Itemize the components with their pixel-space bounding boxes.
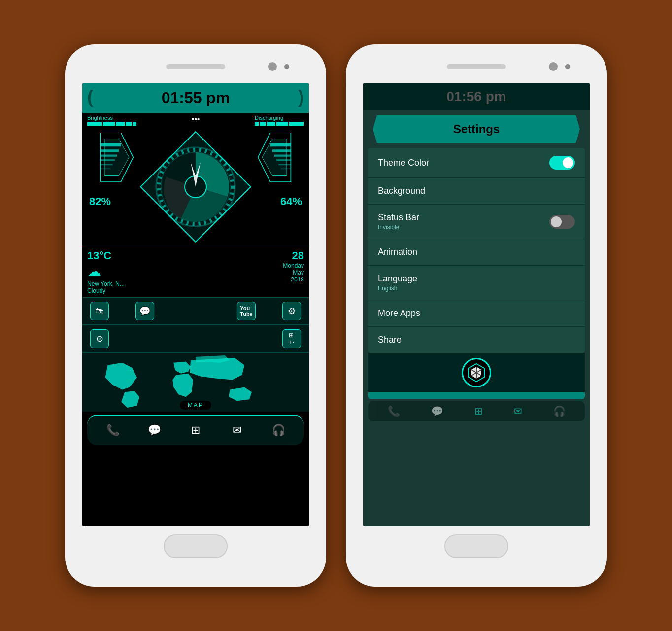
brightness-bars bbox=[87, 122, 136, 126]
bar-5 bbox=[133, 122, 136, 126]
right-pct-value: 64% bbox=[280, 195, 302, 208]
status-row: Brightness ••• Discharging bbox=[82, 113, 309, 128]
nav-message[interactable]: 💬 bbox=[144, 421, 164, 440]
cloud-icon: ☁ bbox=[87, 263, 283, 280]
city-name: New York, N... bbox=[87, 280, 283, 287]
settings-item-more-apps[interactable]: More Apps bbox=[368, 300, 585, 327]
status-bar-toggle[interactable] bbox=[549, 215, 575, 229]
discharging-label: Discharging bbox=[255, 115, 283, 121]
settings-item-background[interactable]: Background bbox=[368, 178, 585, 205]
bar-3 bbox=[116, 122, 125, 126]
nav-headphones[interactable]: 🎧 bbox=[269, 421, 288, 440]
dbar-2 bbox=[276, 122, 288, 126]
nav-apps[interactable]: ⊞ bbox=[186, 421, 205, 440]
phone-bottom-left bbox=[75, 526, 316, 566]
info-section: 13°C ☁ New York, N... Cloudy 28 Monday M… bbox=[82, 246, 309, 297]
camera bbox=[268, 62, 277, 71]
speaker bbox=[166, 64, 225, 69]
map-area: MAP bbox=[82, 352, 309, 412]
app-icon-settings[interactable]: ⚙ bbox=[282, 302, 301, 320]
settings-bottom-bar bbox=[368, 353, 585, 392]
settings-clock-time: 01:56 pm bbox=[446, 89, 506, 104]
app-icon-bag[interactable]: 🛍 bbox=[90, 302, 109, 320]
settings-nav-apps: ⊞ bbox=[474, 405, 483, 417]
left-pct-value: 82% bbox=[89, 195, 111, 208]
left-phone: 01:55 pm Brightness ••• Discharging bbox=[65, 44, 326, 587]
right-decoration bbox=[255, 133, 294, 182]
animation-label: Animation bbox=[378, 247, 417, 257]
date-info: 28 Monday May 2018 bbox=[283, 249, 304, 294]
language-label-group: Language English bbox=[378, 274, 417, 292]
more-apps-label: More Apps bbox=[378, 308, 420, 318]
settings-list: Theme Color Background Status Bar Invisi… bbox=[368, 148, 585, 353]
settings-item-animation[interactable]: Animation bbox=[368, 239, 585, 266]
right-camera bbox=[549, 62, 558, 71]
app-icon-calc[interactable]: ⊞+- bbox=[282, 329, 301, 348]
weather-condition: Cloudy bbox=[87, 287, 283, 294]
dots-label: ••• bbox=[192, 115, 200, 123]
sensor-dot bbox=[284, 64, 289, 69]
left-decoration bbox=[97, 133, 136, 182]
teal-bottom-accent bbox=[368, 392, 585, 399]
app-icons-row-2: ⊙ ⊞+- bbox=[82, 325, 309, 352]
theme-color-toggle[interactable] bbox=[549, 156, 575, 170]
hex-icon[interactable] bbox=[462, 358, 491, 387]
spacer bbox=[181, 302, 210, 320]
app-icon-youtube[interactable]: YouTube bbox=[237, 302, 256, 320]
right-phone: 01:56 pm Settings Theme Color Background… bbox=[346, 44, 607, 587]
settings-item-theme-color[interactable]: Theme Color bbox=[368, 148, 585, 178]
dbar-3 bbox=[267, 122, 275, 126]
settings-item-language[interactable]: Language English bbox=[368, 266, 585, 300]
settings-nav-message: 💬 bbox=[431, 405, 443, 417]
phone-bottom-right bbox=[356, 526, 597, 566]
dbar-1 bbox=[289, 122, 304, 126]
theme-color-label: Theme Color bbox=[378, 158, 429, 168]
language-label: Language bbox=[378, 274, 417, 284]
app-icons-row: 🛍 💬 YouTube ⚙ bbox=[82, 297, 309, 325]
temperature: 13°C bbox=[87, 249, 283, 262]
gauge-svg bbox=[151, 142, 240, 231]
settings-nav-phone: 📞 bbox=[388, 405, 400, 417]
bar-2 bbox=[103, 122, 115, 126]
settings-bottom-nav: 📞 💬 ⊞ ✉ 🎧 bbox=[368, 401, 585, 421]
clock-display: 01:55 pm bbox=[82, 83, 309, 113]
left-screen: 01:55 pm Brightness ••• Discharging bbox=[82, 83, 309, 526]
dbar-5 bbox=[255, 122, 259, 126]
settings-item-status-bar[interactable]: Status Bar Invisible bbox=[368, 205, 585, 239]
home-button-left[interactable] bbox=[164, 534, 228, 558]
theme-color-label-group: Theme Color bbox=[378, 158, 429, 168]
weather-info: 13°C ☁ New York, N... Cloudy bbox=[87, 249, 283, 294]
home-button-right[interactable] bbox=[444, 534, 508, 558]
spacer2 bbox=[114, 329, 277, 348]
app-icon-chrome[interactable]: ⊙ bbox=[90, 329, 109, 348]
settings-title: Settings bbox=[373, 115, 580, 143]
app-icon-chat[interactable]: 💬 bbox=[135, 302, 154, 320]
right-sensor bbox=[565, 64, 570, 69]
clock-time: 01:55 pm bbox=[162, 89, 230, 106]
nav-phone[interactable]: 📞 bbox=[103, 421, 123, 440]
discharging-section: Discharging bbox=[255, 115, 304, 126]
settings-clock: 01:56 pm bbox=[363, 83, 590, 110]
gauge-section: 82% bbox=[82, 128, 309, 246]
discharge-bars bbox=[255, 122, 304, 126]
bar-1 bbox=[87, 122, 102, 126]
nav-email[interactable]: ✉ bbox=[227, 421, 247, 440]
language-sub: English bbox=[378, 285, 417, 292]
settings-item-share[interactable]: Share bbox=[368, 327, 585, 353]
bar-4 bbox=[126, 122, 132, 126]
status-bar-label-group: Status Bar Invisible bbox=[378, 212, 419, 231]
brightness-section: Brightness bbox=[87, 115, 136, 126]
dbar-4 bbox=[260, 122, 266, 126]
share-label: Share bbox=[378, 335, 402, 345]
status-bar-label: Status Bar bbox=[378, 212, 419, 223]
bottom-nav: 📞 💬 ⊞ ✉ 🎧 bbox=[87, 415, 304, 445]
gauge bbox=[151, 142, 240, 231]
settings-nav-headphones: 🎧 bbox=[553, 405, 566, 417]
brightness-label: Brightness bbox=[87, 115, 113, 121]
settings-nav-email: ✉ bbox=[514, 405, 522, 417]
dots-menu[interactable]: ••• bbox=[192, 115, 200, 126]
left-phone-top bbox=[75, 54, 316, 79]
right-phone-top bbox=[356, 54, 597, 79]
right-speaker bbox=[447, 64, 506, 69]
background-label: Background bbox=[378, 186, 425, 196]
